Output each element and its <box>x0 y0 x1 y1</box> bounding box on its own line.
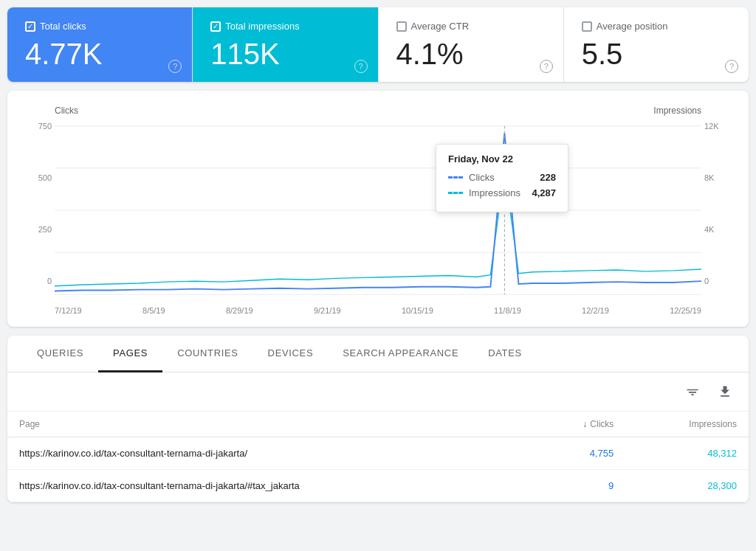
metric-label-total-impressions: Total impressions <box>225 21 299 32</box>
y-label-left-0: 750 <box>38 122 52 131</box>
x-label-6: 12/2/19 <box>582 306 609 315</box>
help-icon-avg-position[interactable]: ? <box>725 60 738 73</box>
y-label-left-3: 0 <box>47 277 52 285</box>
x-label-3: 9/21/19 <box>314 306 341 315</box>
cell-clicks-1: 9 <box>532 470 626 502</box>
tabs-nav: QUERIES PAGES COUNTRIES DEVICES SEARCH A… <box>7 336 749 372</box>
help-icon-total-clicks[interactable]: ? <box>168 60 182 73</box>
metric-label-avg-position: Average position <box>597 21 668 32</box>
y-label-right-0: 12K <box>704 122 719 131</box>
cell-impressions-0: 48,312 <box>625 437 749 470</box>
col-header-clicks: ↓Clicks <box>532 412 626 437</box>
x-label-4: 10/15/19 <box>402 306 433 315</box>
x-label-1: 8/5/19 <box>142 306 165 315</box>
tab-search-appearance[interactable]: SEARCH APPEARANCE <box>328 336 473 372</box>
tab-queries[interactable]: QUERIES <box>22 336 98 372</box>
tooltip-impressions-line-icon <box>448 192 463 194</box>
y-label-left-1: 500 <box>38 173 52 182</box>
y-label-right-1: 8K <box>704 173 714 182</box>
table-row: https://karinov.co.id/tax-consultant-ter… <box>7 470 749 502</box>
x-label-5: 11/8/19 <box>494 306 521 315</box>
x-label-0: 7/12/19 <box>55 306 82 315</box>
checkbox-total-clicks[interactable]: ✓ <box>25 21 35 32</box>
filter-button[interactable] <box>681 380 704 403</box>
tooltip-clicks-line-icon <box>448 176 463 179</box>
x-label-2: 8/29/19 <box>226 306 253 315</box>
tooltip-row-clicks: Clicks 228 <box>448 172 556 183</box>
sort-arrow-icon: ↓ <box>583 419 587 429</box>
y-label-right-3: 0 <box>704 277 709 285</box>
metric-card-avg-ctr[interactable]: Average CTR 4.1% ? <box>379 7 564 82</box>
tooltip-date: Friday, Nov 22 <box>448 153 556 164</box>
tab-dates[interactable]: DATES <box>473 336 537 372</box>
metric-card-avg-position[interactable]: Average position 5.5 ? <box>564 7 749 82</box>
cell-clicks-0: 4,755 <box>532 437 626 470</box>
checkbox-avg-ctr[interactable] <box>396 21 407 32</box>
col-header-impressions: Impressions <box>625 412 749 437</box>
metric-value-avg-ctr: 4.1% <box>396 38 546 70</box>
table-row: https://karinov.co.id/tax-consultant-ter… <box>7 437 749 470</box>
help-icon-total-impressions[interactable]: ? <box>354 60 368 73</box>
metric-label-total-clicks: Total clicks <box>40 21 86 32</box>
data-table: Page ↓Clicks Impressions https://karinov… <box>7 412 749 502</box>
chart-left-axis-title: Clicks <box>55 105 78 116</box>
table-toolbar <box>7 372 749 412</box>
help-icon-avg-ctr[interactable]: ? <box>540 60 553 73</box>
metric-value-total-clicks: 4.77K <box>25 38 174 70</box>
tooltip-impressions-value: 4,287 <box>532 187 556 198</box>
cell-url-0[interactable]: https://karinov.co.id/tax-consultant-ter… <box>7 437 532 470</box>
tooltip-clicks-label: Clicks <box>469 172 495 183</box>
tab-pages[interactable]: PAGES <box>98 336 162 372</box>
download-button[interactable] <box>713 380 737 403</box>
cell-url-1[interactable]: https://karinov.co.id/tax-consultant-ter… <box>7 470 532 502</box>
chart-right-axis-title: Impressions <box>653 105 701 116</box>
y-label-left-2: 250 <box>38 225 52 234</box>
y-label-right-2: 4K <box>704 225 714 234</box>
chart-container: Clicks Impressions 750 500 250 0 12K 8K … <box>7 91 749 327</box>
cell-impressions-1: 28,300 <box>625 470 749 502</box>
metric-card-total-impressions[interactable]: ✓ Total impressions 115K ? <box>193 7 378 82</box>
tabs-section: QUERIES PAGES COUNTRIES DEVICES SEARCH A… <box>7 336 749 502</box>
checkbox-avg-position[interactable] <box>582 21 592 32</box>
metric-card-total-clicks[interactable]: ✓ Total clicks 4.77K ? <box>7 7 193 82</box>
metric-value-total-impressions: 115K <box>210 38 360 70</box>
col-header-page: Page <box>7 412 532 437</box>
tab-devices[interactable]: DEVICES <box>253 336 329 372</box>
metric-label-avg-ctr: Average CTR <box>411 21 470 32</box>
x-label-7: 12/25/19 <box>670 306 701 315</box>
tooltip-clicks-value: 228 <box>540 172 556 183</box>
tooltip-row-impressions: Impressions 4,287 <box>448 187 556 198</box>
tooltip-impressions-label: Impressions <box>469 187 520 198</box>
tab-countries[interactable]: COUNTRIES <box>162 336 252 372</box>
chart-svg <box>55 122 701 299</box>
metric-cards-container: ✓ Total clicks 4.77K ? ✓ Total impressio… <box>7 7 749 82</box>
checkbox-total-impressions[interactable]: ✓ <box>210 21 221 32</box>
chart-tooltip: Friday, Nov 22 Clicks 228 Impressions <box>436 144 568 212</box>
metric-value-avg-position: 5.5 <box>582 38 731 70</box>
